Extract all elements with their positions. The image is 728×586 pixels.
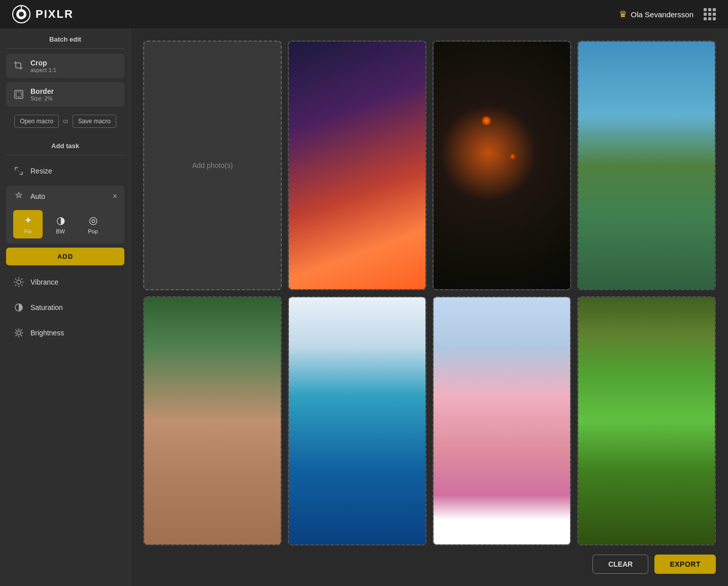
svg-rect-3 <box>15 90 23 98</box>
bottom-actions: CLEAR EXPORT <box>143 545 716 574</box>
ocean-image <box>289 297 425 545</box>
app-header: PIXLR ♛ Ola Sevandersson <box>0 0 728 28</box>
add-task-title: Add task <box>0 135 130 155</box>
grid-dot <box>713 13 716 16</box>
auto-options: ✦ Fix ◑ BW ◎ Pop <box>6 207 124 244</box>
grid-dot <box>704 13 707 16</box>
resize-icon <box>13 165 24 177</box>
logo[interactable]: PIXLR <box>12 5 74 23</box>
apps-grid-icon[interactable] <box>704 8 716 20</box>
auto-icon <box>13 191 24 202</box>
lights-image <box>434 42 570 289</box>
border-icon <box>13 89 24 100</box>
border-sub: Size: 2% <box>30 95 54 101</box>
auto-task-container: Auto × ✦ Fix ◑ BW ◎ Pop <box>6 186 124 244</box>
user-info: ♛ Ola Sevandersson <box>619 9 693 20</box>
batch-edit-divider <box>6 48 124 49</box>
bw-label: BW <box>56 228 65 234</box>
grid-dot <box>713 8 716 11</box>
vibrance-icon <box>13 277 24 288</box>
flowers-image <box>434 297 570 545</box>
brightness-task-item[interactable]: Brightness <box>6 322 124 343</box>
brightness-icon <box>13 327 24 338</box>
username: Ola Sevandersson <box>631 10 693 19</box>
grid-dot <box>708 8 711 11</box>
crop-task-item[interactable]: Crop aspect 1:1 <box>6 54 124 78</box>
border-task-item[interactable]: Border Size: 2% <box>6 82 124 107</box>
border-task-text: Border Size: 2% <box>30 87 54 101</box>
auto-task-left: Auto <box>13 191 45 202</box>
auto-pop-option[interactable]: ◎ Pop <box>78 210 108 238</box>
save-macro-button[interactable]: Save macro <box>73 115 116 128</box>
pop-icon: ◎ <box>89 214 97 226</box>
saturation-task-item[interactable]: Saturation <box>6 297 124 318</box>
sidebar: Batch edit Crop aspect 1:1 <box>0 28 131 586</box>
forest-image <box>578 297 715 545</box>
bw-icon: ◑ <box>56 214 65 226</box>
crown-icon: ♛ <box>619 9 627 20</box>
photo-portrait[interactable] <box>143 296 282 546</box>
macro-or-text: or <box>63 118 69 125</box>
auto-close-icon[interactable]: × <box>113 192 117 201</box>
logo-text: PIXLR <box>36 8 74 21</box>
auto-label: Auto <box>30 192 45 200</box>
crop-sub: aspect 1:1 <box>30 67 56 73</box>
resize-task-item[interactable]: Resize <box>6 160 124 182</box>
fix-icon: ✦ <box>24 214 32 226</box>
auto-task-header[interactable]: Auto × <box>6 186 124 207</box>
border-label: Border <box>30 87 54 95</box>
svg-rect-4 <box>16 92 21 97</box>
photo-forest[interactable] <box>577 296 716 546</box>
add-button[interactable]: ADD <box>6 248 124 265</box>
crop-label: Crop <box>30 59 56 67</box>
open-macro-button[interactable]: Open macro <box>14 115 59 128</box>
main-content: Add photo(s) <box>131 28 728 586</box>
brightness-label: Brightness <box>30 329 64 337</box>
pop-label: Pop <box>88 228 98 234</box>
portrait-image <box>144 297 281 545</box>
crop-icon <box>13 60 24 72</box>
fix-label: Fix <box>24 228 32 234</box>
saturation-icon <box>13 302 24 313</box>
photos-grid: Add photo(s) <box>143 41 716 545</box>
crop-task-text: Crop aspect 1:1 <box>30 59 56 73</box>
grid-dot <box>713 17 716 20</box>
clear-button[interactable]: CLEAR <box>592 555 648 574</box>
export-button[interactable]: EXPORT <box>654 555 716 574</box>
main-layout: Batch edit Crop aspect 1:1 <box>0 28 728 586</box>
add-task-divider <box>6 155 124 155</box>
photo-flowers[interactable] <box>433 296 571 546</box>
header-right: ♛ Ola Sevandersson <box>619 8 716 20</box>
photo-ocean[interactable] <box>288 296 426 546</box>
photo-lights[interactable] <box>433 41 571 290</box>
resize-label: Resize <box>30 167 52 175</box>
auto-bw-option[interactable]: ◑ BW <box>46 210 75 238</box>
svg-point-7 <box>17 331 21 335</box>
photo-hills[interactable] <box>577 41 716 290</box>
city-image <box>289 42 425 289</box>
grid-dot <box>704 17 707 20</box>
saturation-label: Saturation <box>30 303 63 312</box>
photo-city[interactable] <box>288 41 426 290</box>
add-photos-text: Add photo(s) <box>192 161 233 169</box>
batch-edit-title: Batch edit <box>0 28 130 48</box>
svg-point-5 <box>17 280 21 284</box>
grid-dot <box>708 17 711 20</box>
svg-point-2 <box>19 12 24 17</box>
grid-dot <box>708 13 711 16</box>
hills-image <box>578 42 715 289</box>
vibrance-label: Vibrance <box>30 278 58 286</box>
vibrance-task-item[interactable]: Vibrance <box>6 271 124 293</box>
grid-dot <box>704 8 707 11</box>
auto-fix-option[interactable]: ✦ Fix <box>13 210 43 238</box>
add-photos-slot[interactable]: Add photo(s) <box>143 41 282 290</box>
macro-row: Open macro or Save macro <box>0 111 130 135</box>
pixlr-logo-icon <box>12 5 30 23</box>
